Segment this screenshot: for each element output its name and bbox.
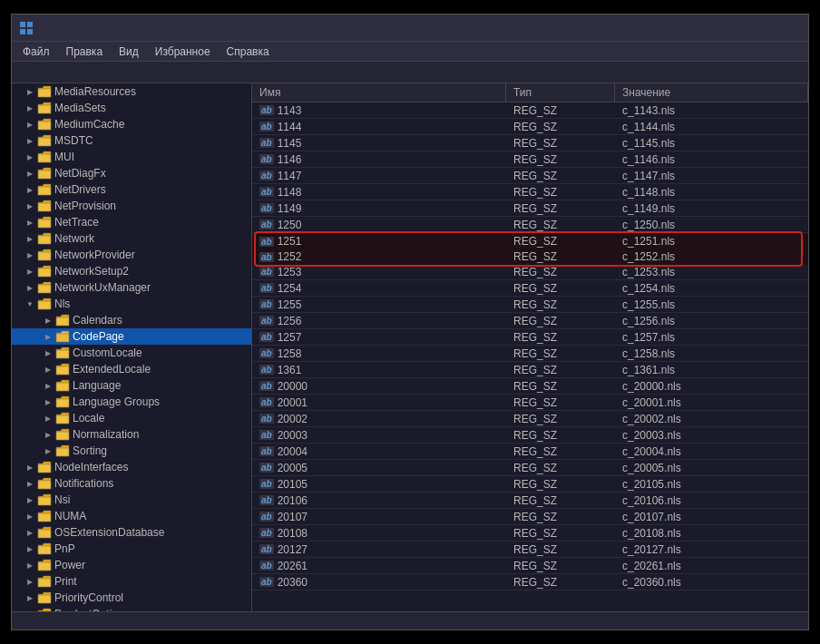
expand-icon-Nls[interactable]: ▼ xyxy=(23,297,37,311)
expand-icon-Sorting[interactable]: ▶ xyxy=(41,444,55,458)
sidebar-item-MediaSets[interactable]: ▶ MediaSets xyxy=(12,100,251,116)
expand-icon-MSDTC[interactable]: ▶ xyxy=(23,133,37,148)
expand-icon-MediaSets[interactable]: ▶ xyxy=(23,101,37,115)
expand-icon-NetDrivers[interactable]: ▶ xyxy=(23,182,37,197)
table-row[interactable]: ab1361REG_SZc_1361.nls xyxy=(252,362,808,378)
expand-icon-Power[interactable]: ▶ xyxy=(23,558,37,572)
expand-icon-NetworkSetup2[interactable]: ▶ xyxy=(23,264,37,278)
sidebar-item-MediumCache[interactable]: ▶ MediumCache xyxy=(12,116,251,132)
table-row[interactable]: ab1257REG_SZc_1257.nls xyxy=(252,329,808,346)
expand-icon-Locale[interactable]: ▶ xyxy=(41,411,55,425)
menu-item-избранное[interactable]: Избранное xyxy=(148,44,218,60)
sidebar-item-Notifications[interactable]: ▶ Notifications xyxy=(12,475,251,492)
close-button[interactable] xyxy=(774,19,801,37)
sidebar-item-CustomLocale[interactable]: ▶ CustomLocale xyxy=(12,345,251,361)
table-row[interactable]: ab20003REG_SZc_20003.nls xyxy=(252,427,808,444)
table-row[interactable]: ab20004REG_SZc_20004.nls xyxy=(252,444,808,460)
expand-icon-NetworkUxManager[interactable]: ▶ xyxy=(23,280,37,295)
table-row[interactable]: ab20002REG_SZc_20002.nls xyxy=(252,411,808,427)
expand-icon-Normalization[interactable]: ▶ xyxy=(41,427,55,442)
minimize-button[interactable] xyxy=(716,19,743,37)
sidebar-item-NodeInterfaces[interactable]: ▶ NodeInterfaces xyxy=(12,459,251,475)
expand-icon-Calendars[interactable]: ▶ xyxy=(41,313,55,327)
expand-icon-NetTrace[interactable]: ▶ xyxy=(23,215,37,229)
maximize-button[interactable] xyxy=(745,19,772,37)
table-row[interactable]: ab1256REG_SZc_1256.nls xyxy=(252,313,808,329)
expand-icon-MediaResources[interactable]: ▶ xyxy=(23,84,37,99)
sidebar-item-NUMA[interactable]: ▶ NUMA xyxy=(12,508,251,524)
table-row[interactable]: ab20001REG_SZc_20001.nls xyxy=(252,395,808,411)
table-row[interactable]: ab1251REG_SZc_1251.nls xyxy=(252,233,808,249)
table-row[interactable]: ab1258REG_SZc_1258.nls xyxy=(252,346,808,362)
table-row[interactable]: ab20107REG_SZc_20107.nls xyxy=(252,509,808,525)
table-row[interactable]: ab1146REG_SZc_1146.nls xyxy=(252,151,808,168)
sidebar-item-NetworkSetup2[interactable]: ▶ NetworkSetup2 xyxy=(12,263,251,279)
table-row[interactable]: ab1253REG_SZc_1253.nls xyxy=(252,264,808,280)
menu-item-правка[interactable]: Правка xyxy=(59,44,111,60)
expand-icon-PnP[interactable]: ▶ xyxy=(23,542,37,556)
table-row[interactable]: ab20005REG_SZc_20005.nls xyxy=(252,460,808,476)
sidebar-item-Network[interactable]: ▶ Network xyxy=(12,230,251,247)
sidebar-item-PriorityControl[interactable]: ▶ PriorityControl xyxy=(12,590,251,606)
expand-icon-OSExtensionDatabase[interactable]: ▶ xyxy=(23,525,37,540)
sidebar-item-NetDrivers[interactable]: ▶ NetDrivers xyxy=(12,181,251,198)
table-row[interactable]: ab20106REG_SZc_20106.nls xyxy=(252,493,808,509)
sidebar-item-Calendars[interactable]: ▶ Calendars xyxy=(12,312,251,328)
table-row[interactable]: ab1145REG_SZc_1145.nls xyxy=(252,135,808,151)
table-row[interactable]: ab20000REG_SZc_20000.nls xyxy=(252,378,808,395)
expand-icon-NetworkProvider[interactable]: ▶ xyxy=(23,248,37,262)
menu-item-справка[interactable]: Справка xyxy=(220,44,277,60)
sidebar-item-PnP[interactable]: ▶ PnP xyxy=(12,541,251,557)
sidebar-item-Language[interactable]: ▶ Language xyxy=(12,377,251,394)
expand-icon-Language[interactable]: ▶ xyxy=(41,378,55,393)
sidebar-item-Nls[interactable]: ▼ Nls xyxy=(12,296,251,312)
sidebar-item-MUI[interactable]: ▶ MUI xyxy=(12,149,251,165)
sidebar-item-Normalization[interactable]: ▶ Normalization xyxy=(12,426,251,443)
expand-icon-ExtendedLocale[interactable]: ▶ xyxy=(41,362,55,376)
expand-icon-Print[interactable]: ▶ xyxy=(23,574,37,589)
table-row[interactable]: ab1148REG_SZc_1148.nls xyxy=(252,184,808,200)
expand-icon-CustomLocale[interactable]: ▶ xyxy=(41,346,55,360)
expand-icon-NUMA[interactable]: ▶ xyxy=(23,509,37,523)
sidebar-item-Sorting[interactable]: ▶ Sorting xyxy=(12,443,251,459)
table-row[interactable]: ab1144REG_SZc_1144.nls xyxy=(252,119,808,135)
expand-icon-Notifications[interactable]: ▶ xyxy=(23,476,37,491)
table-row[interactable]: ab20108REG_SZc_20108.nls xyxy=(252,525,808,542)
table-row[interactable]: ab20261REG_SZc_20261.nls xyxy=(252,558,808,574)
table-row[interactable]: ab1250REG_SZc_1250.nls xyxy=(252,217,808,233)
sidebar-item-Nsi[interactable]: ▶ Nsi xyxy=(12,492,251,508)
expand-icon-MUI[interactable]: ▶ xyxy=(23,150,37,164)
sidebar-item-MSDTC[interactable]: ▶ MSDTC xyxy=(12,132,251,149)
sidebar-item-CodePage[interactable]: ▶ CodePage xyxy=(12,328,251,345)
table-row[interactable]: ab20127REG_SZc_20127.nls xyxy=(252,542,808,558)
table-row[interactable]: ab1254REG_SZc_1254.nls xyxy=(252,280,808,297)
expand-icon-LanguageGroups[interactable]: ▶ xyxy=(41,395,55,409)
expand-icon-NetDiagFx[interactable]: ▶ xyxy=(23,166,37,181)
sidebar[interactable]: ▶ MediaResources▶ MediaSets▶ MediumCache… xyxy=(12,83,252,611)
sidebar-item-MediaResources[interactable]: ▶ MediaResources xyxy=(12,83,251,100)
expand-icon-Nsi[interactable]: ▶ xyxy=(23,493,37,507)
expand-icon-MediumCache[interactable]: ▶ xyxy=(23,117,37,132)
sidebar-item-Locale[interactable]: ▶ Locale xyxy=(12,410,251,426)
expand-icon-CodePage[interactable]: ▶ xyxy=(41,329,55,344)
sidebar-item-OSExtensionDatabase[interactable]: ▶ OSExtensionDatabase xyxy=(12,524,251,541)
menu-item-файл[interactable]: Файл xyxy=(15,44,57,60)
table-row[interactable]: ab1255REG_SZc_1255.nls xyxy=(252,297,808,313)
expand-icon-NetProvision[interactable]: ▶ xyxy=(23,199,37,213)
table-row[interactable]: ab1149REG_SZc_1149.nls xyxy=(252,200,808,217)
menu-item-вид[interactable]: Вид xyxy=(112,44,146,60)
sidebar-item-LanguageGroups[interactable]: ▶ Language Groups xyxy=(12,394,251,410)
sidebar-item-NetworkProvider[interactable]: ▶ NetworkProvider xyxy=(12,247,251,263)
sidebar-item-Power[interactable]: ▶ Power xyxy=(12,557,251,573)
sidebar-item-NetDiagFx[interactable]: ▶ NetDiagFx xyxy=(12,165,251,181)
sidebar-item-NetTrace[interactable]: ▶ NetTrace xyxy=(12,214,251,230)
expand-icon-NodeInterfaces[interactable]: ▶ xyxy=(23,460,37,474)
table-row[interactable]: ab1143REG_SZc_1143.nls xyxy=(252,102,808,119)
expand-icon-Network[interactable]: ▶ xyxy=(23,231,37,246)
table-row[interactable]: ab1252REG_SZc_1252.nls xyxy=(252,249,808,265)
table-body[interactable]: ab1143REG_SZc_1143.nlsab1144REG_SZc_1144… xyxy=(252,102,808,611)
table-row[interactable]: ab20105REG_SZc_20105.nls xyxy=(252,476,808,493)
sidebar-item-NetProvision[interactable]: ▶ NetProvision xyxy=(12,198,251,214)
sidebar-item-NetworkUxManager[interactable]: ▶ NetworkUxManager xyxy=(12,279,251,296)
expand-icon-PriorityControl[interactable]: ▶ xyxy=(23,590,37,605)
